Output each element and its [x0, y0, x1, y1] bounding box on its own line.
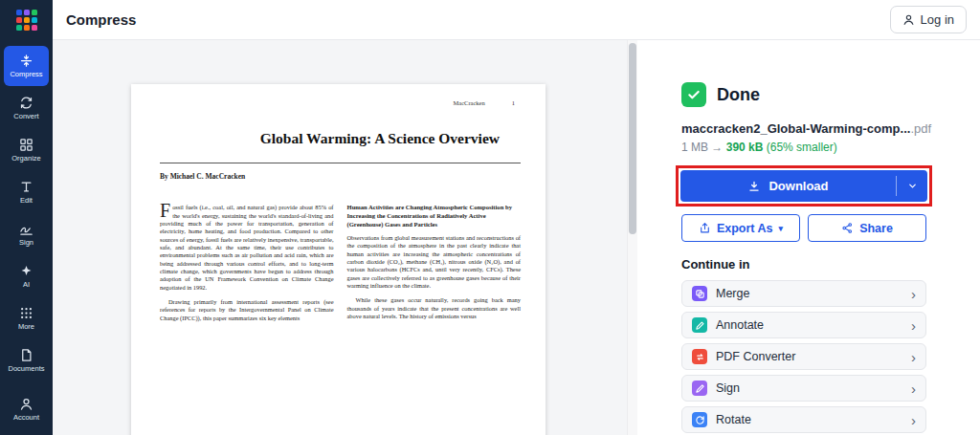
document-byline: By Michael C. MacCracken	[160, 172, 521, 181]
continue-item-sign[interactable]: Sign ›	[681, 375, 926, 402]
continue-item-merge[interactable]: Merge ›	[681, 280, 926, 307]
continue-item-pdf-converter[interactable]: PDF Converter ›	[681, 343, 926, 370]
download-highlight-box: Download	[676, 165, 932, 207]
sidebar-item-convert[interactable]: Convert	[4, 88, 49, 128]
compress-icon	[19, 54, 33, 68]
rotate-icon	[692, 412, 707, 427]
column-left: Fossil fuels (i.e., coal, oil, and natur…	[160, 204, 334, 329]
sidebar-item-ai[interactable]: AI	[4, 256, 49, 296]
compression-summary: 1 MB → 390 kB (65% smaller)	[681, 141, 926, 154]
result-panel: Done maccracken2_Global-Warming-comp....…	[637, 40, 980, 435]
paragraph-text: ossil fuels (i.e., coal, oil, and natura…	[160, 204, 334, 290]
continue-item-annotate[interactable]: Annotate ›	[681, 312, 926, 338]
share-label: Share	[859, 222, 893, 235]
sidebar-item-account[interactable]: Account	[4, 389, 49, 429]
size-before: 1 MB	[681, 141, 708, 154]
text-edit-icon	[19, 180, 33, 194]
continue-in-heading: Continue in	[681, 257, 926, 272]
annotate-pencil-icon	[692, 317, 707, 333]
size-note: (65% smaller)	[767, 141, 837, 154]
chevron-right-icon: ›	[911, 318, 916, 333]
app-logo[interactable]	[0, 0, 53, 40]
page-title: Compress	[66, 11, 136, 28]
title-divider	[160, 163, 521, 163]
running-head: MacCracken 1	[160, 99, 521, 106]
vertical-scrollbar[interactable]	[627, 40, 637, 435]
sidebar-item-organize[interactable]: Organize	[4, 130, 49, 170]
grid-dots-icon	[19, 306, 33, 320]
section-heading: Human Activities are Changing Atmospheri…	[347, 204, 522, 228]
sidebar-item-edit[interactable]: Edit	[4, 172, 49, 212]
login-label: Log in	[921, 12, 954, 27]
continue-item-rotate[interactable]: Rotate ›	[681, 406, 926, 433]
sidebar-item-documents[interactable]: Documents	[4, 340, 49, 381]
chevron-right-icon: ›	[911, 350, 916, 364]
account-icon	[19, 397, 33, 411]
merge-icon	[692, 286, 707, 301]
size-after: 390 kB	[726, 141, 764, 154]
scrollbar-thumb[interactable]	[629, 43, 636, 234]
signature-icon	[19, 222, 33, 236]
sidebar: Compress Convert Organize Edit Sign AI	[0, 40, 53, 435]
paragraph-text: Observations from global measurement sta…	[347, 234, 522, 290]
chevron-right-icon: ›	[911, 413, 916, 427]
download-button[interactable]: Download	[680, 170, 896, 202]
pdf-page-preview: MacCracken 1 Global Warming: A Science O…	[131, 84, 546, 435]
status-row: Done	[681, 82, 926, 107]
convert-icon	[19, 96, 33, 110]
export-as-button[interactable]: Export As ▾	[681, 214, 800, 242]
column-right: Human Activities are Changing Atmospheri…	[347, 204, 522, 329]
person-icon	[902, 13, 915, 26]
logo-grid-icon	[16, 10, 37, 31]
download-options-toggle[interactable]	[897, 170, 927, 202]
document-preview-area: MacCracken 1 Global Warming: A Science O…	[53, 40, 627, 435]
running-head-author: MacCracken	[454, 99, 485, 106]
sidebar-item-sign[interactable]: Sign	[4, 214, 49, 254]
login-button[interactable]: Log in	[890, 6, 967, 33]
converter-arrows-icon	[692, 349, 707, 364]
sign-pen-icon	[692, 381, 707, 396]
chevron-right-icon: ›	[911, 381, 916, 396]
download-label: Download	[768, 179, 828, 193]
sidebar-item-compress[interactable]: Compress	[4, 46, 49, 86]
document-columns: Fossil fuels (i.e., coal, oil, and natur…	[160, 204, 521, 329]
export-icon	[699, 222, 711, 234]
top-bar: Compress Log in	[0, 0, 980, 40]
paragraph-text: Drawing primarily from international ass…	[160, 298, 334, 322]
arrow-right-icon: →	[711, 141, 723, 154]
success-check-icon	[681, 82, 706, 107]
download-icon	[747, 180, 761, 193]
secondary-actions-row: Export As ▾ Share	[681, 214, 926, 242]
sidebar-spacer	[0, 382, 53, 389]
share-icon	[841, 222, 854, 234]
status-label: Done	[717, 85, 760, 105]
caret-down-icon: ▾	[779, 224, 784, 233]
file-extension: .pdf	[910, 121, 931, 136]
share-button[interactable]: Share	[808, 214, 926, 242]
document-icon	[19, 348, 33, 362]
sidebar-item-more[interactable]: More	[4, 298, 49, 338]
sparkle-icon	[19, 264, 33, 278]
download-split-button[interactable]: Download	[680, 170, 927, 202]
chevron-down-icon	[907, 181, 918, 191]
paragraph-text: While these gases occur naturally, recor…	[347, 296, 522, 320]
organize-icon	[19, 138, 33, 152]
dropcap: F	[160, 204, 172, 218]
filename-row: maccracken2_Global-Warming-comp....pdf	[681, 121, 926, 136]
chevron-right-icon: ›	[911, 287, 916, 301]
filename: maccracken2_Global-Warming-comp...	[681, 121, 910, 136]
export-as-label: Export As	[717, 222, 773, 235]
document-title: Global Warming: A Science Overview	[160, 129, 521, 147]
page-number: 1	[512, 99, 515, 106]
